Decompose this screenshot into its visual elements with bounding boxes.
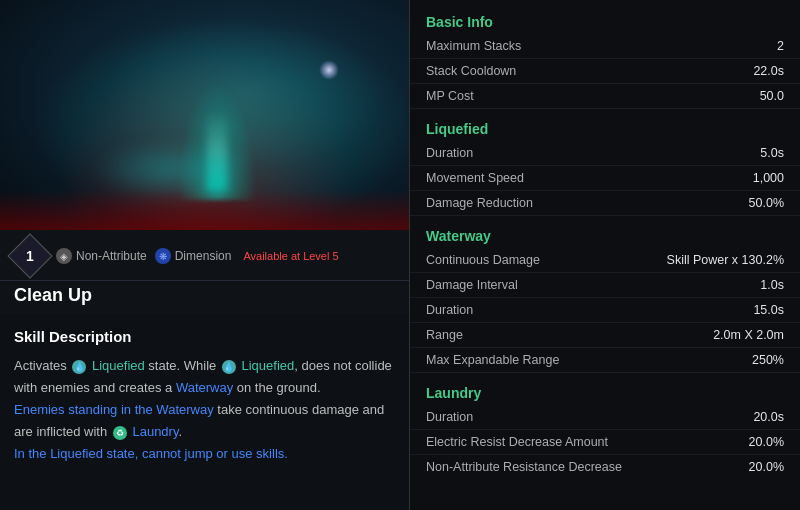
dimension-label: Dimension (175, 249, 232, 263)
red-ground (0, 190, 409, 230)
info-label-basic-info-2: MP Cost (426, 89, 474, 103)
info-label-liquefied-0: Duration (426, 146, 473, 160)
info-value-waterway-1: 1.0s (760, 278, 784, 292)
liquefied-icon-2: 💧 (222, 360, 236, 374)
info-row: Movement Speed1,000 (410, 166, 800, 191)
info-label-waterway-1: Damage Interval (426, 278, 518, 292)
non-attribute-badge: ◈ Non-Attribute (56, 248, 147, 264)
info-label-waterway-3: Range (426, 328, 463, 342)
description-title: Skill Description (14, 328, 395, 345)
skill-level-badge: 1 (7, 233, 52, 278)
info-row: Damage Reduction50.0% (410, 191, 800, 216)
info-label-basic-info-1: Stack Cooldown (426, 64, 516, 78)
info-row: Stack Cooldown22.0s (410, 59, 800, 84)
left-panel: 1 ◈ Non-Attribute ❋ Dimension Available … (0, 0, 410, 510)
info-value-laundry-1: 20.0% (749, 435, 784, 449)
info-value-basic-info-0: 2 (777, 39, 784, 53)
skill-header: 1 ◈ Non-Attribute ❋ Dimension Available … (0, 230, 409, 281)
info-value-waterway-0: Skill Power x 130.2% (667, 253, 784, 267)
liquefied-link-1: Liquefied (88, 358, 144, 373)
laundry-icon: ♻ (113, 426, 127, 440)
skill-description-panel: Skill Description Activates 💧 Liquefied … (0, 314, 409, 510)
info-row: Damage Interval1.0s (410, 273, 800, 298)
dimension-icon: ❋ (155, 248, 171, 264)
info-value-laundry-2: 20.0% (749, 460, 784, 474)
info-label-laundry-0: Duration (426, 410, 473, 424)
non-attribute-icon: ◈ (56, 248, 72, 264)
info-label-waterway-4: Max Expandable Range (426, 353, 559, 367)
info-row: Duration15.0s (410, 298, 800, 323)
info-label-waterway-2: Duration (426, 303, 473, 317)
info-row: MP Cost50.0 (410, 84, 800, 109)
laundry-link: Laundry (132, 424, 178, 439)
skill-attributes: ◈ Non-Attribute ❋ Dimension Available at… (56, 248, 339, 264)
info-label-laundry-1: Electric Resist Decrease Amount (426, 435, 608, 449)
section-title-liquefied: Liquefied (410, 115, 800, 141)
waterway-enemies-text: Enemies standing in the Waterway (14, 402, 214, 417)
info-row: Max Expandable Range250% (410, 348, 800, 373)
info-row: Range2.0m X 2.0m (410, 323, 800, 348)
info-row: Maximum Stacks2 (410, 34, 800, 59)
dimension-badge: ❋ Dimension (155, 248, 232, 264)
non-attribute-label: Non-Attribute (76, 249, 147, 263)
info-value-laundry-0: 20.0s (753, 410, 784, 424)
info-value-basic-info-2: 50.0 (760, 89, 784, 103)
right-panel: Basic InfoMaximum Stacks2Stack Cooldown2… (410, 0, 800, 510)
description-text: Activates 💧 Liquefied state. While 💧 Liq… (14, 355, 395, 465)
info-row: Duration20.0s (410, 405, 800, 430)
info-label-waterway-0: Continuous Damage (426, 253, 540, 267)
info-row: Non-Attribute Resistance Decrease20.0% (410, 455, 800, 479)
liquefied-link-2: Liquefied (238, 358, 294, 373)
info-value-waterway-3: 2.0m X 2.0m (713, 328, 784, 342)
info-label-liquefied-2: Damage Reduction (426, 196, 533, 210)
info-value-basic-info-1: 22.0s (753, 64, 784, 78)
info-label-laundry-2: Non-Attribute Resistance Decrease (426, 460, 622, 474)
section-title-waterway: Waterway (410, 222, 800, 248)
skill-image (0, 0, 409, 230)
skill-level: 1 (26, 248, 34, 264)
section-title-basic-info: Basic Info (410, 8, 800, 34)
info-row: Electric Resist Decrease Amount20.0% (410, 430, 800, 455)
info-value-liquefied-2: 50.0% (749, 196, 784, 210)
liquefied-icon-1: 💧 (72, 360, 86, 374)
liquefied-state-text: In the Liquefied state, cannot jump or u… (14, 446, 288, 461)
info-value-liquefied-1: 1,000 (753, 171, 784, 185)
section-title-laundry: Laundry (410, 379, 800, 405)
info-label-basic-info-0: Maximum Stacks (426, 39, 521, 53)
info-value-liquefied-0: 5.0s (760, 146, 784, 160)
available-level: Available at Level 5 (243, 250, 338, 262)
light-spot (319, 60, 339, 80)
info-value-waterway-4: 250% (752, 353, 784, 367)
info-row: Duration5.0s (410, 141, 800, 166)
skill-name: Clean Up (0, 281, 409, 314)
info-row: Continuous DamageSkill Power x 130.2% (410, 248, 800, 273)
info-value-waterway-2: 15.0s (753, 303, 784, 317)
waterway-link-1: Waterway (176, 380, 233, 395)
info-label-liquefied-1: Movement Speed (426, 171, 524, 185)
